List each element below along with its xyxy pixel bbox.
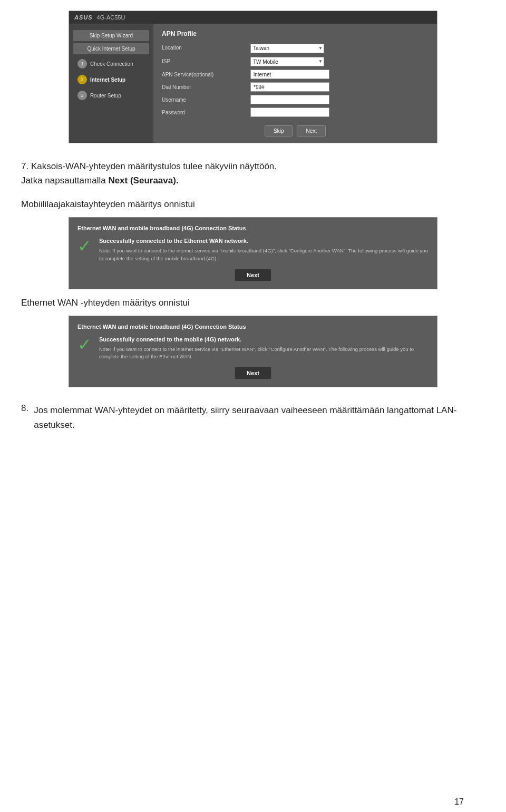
ethernet-conn-note: Note: If you want to connect to the inte… (99, 346, 429, 361)
apn-form: Location Taiwan ▼ ISP (162, 43, 429, 117)
isp-label: ISP (162, 58, 246, 64)
mobile-next-btn[interactable]: Next (235, 269, 271, 281)
location-select[interactable]: Taiwan (250, 44, 324, 53)
mobile-conn-status-box: Ethernet WAN and mobile broadband (4G) C… (69, 217, 437, 289)
step7-text2-bold: Next (Seuraava). (108, 175, 178, 185)
ethernet-conn-status-text: Successfully connected to the mobile (4G… (99, 336, 429, 361)
mobile-conn-status-title: Ethernet WAN and mobile broadband (4G) C… (77, 225, 429, 231)
mobile-conn-note: Note: If you want to connect to the inte… (99, 247, 429, 262)
ethernet-success-msg: Successfully connected to the mobile (4G… (99, 336, 429, 343)
username-input[interactable] (250, 95, 329, 104)
ethernet-conn-status-title: Ethernet WAN and mobile broadband (4G) C… (77, 324, 429, 330)
router-header: ASUS 4G-AC55U (69, 11, 437, 24)
apn-service-input[interactable] (250, 70, 329, 79)
sidebar-label-router-setup: Router Setup (90, 93, 121, 99)
sidebar-label-check-connection: Check Connection (90, 61, 133, 67)
ethernet-check-icon: ✓ (77, 336, 92, 353)
step8-num: 8. (21, 403, 28, 414)
skip-btn[interactable]: Skip (265, 125, 293, 136)
location-control: Taiwan ▼ (250, 43, 429, 53)
router-model: 4G-AC55U (97, 14, 125, 21)
mobile-conn-next-wrap: Next (77, 269, 429, 281)
apn-form-actions: Skip Next (162, 125, 429, 136)
dial-number-input[interactable] (250, 82, 329, 92)
mobile-conn-status-text: Successfully connected to the Ethernet W… (99, 238, 429, 262)
ethernet-next-btn[interactable]: Next (235, 367, 271, 379)
apn-service-label: APN Service(optional) (162, 72, 246, 77)
dial-number-label: Dial Number (162, 84, 246, 90)
sidebar-item-router-setup[interactable]: 3 Router Setup (73, 88, 149, 103)
password-input[interactable] (250, 107, 329, 117)
skip-setup-wizard-btn[interactable]: Skip Setup Wizard (73, 30, 149, 41)
ethernet-conn-next-wrap: Next (77, 367, 429, 379)
sidebar-item-internet-setup[interactable]: 2 Internet Setup (73, 72, 149, 87)
mobile-conn-status-body: ✓ Successfully connected to the Ethernet… (77, 238, 429, 262)
step7-text2: Jatka napsauttamalla (21, 175, 108, 185)
sidebar-circle-1: 1 (77, 59, 87, 69)
next-btn-apn[interactable]: Next (297, 125, 326, 136)
step7-num: 7. (21, 161, 31, 171)
quick-internet-setup-btn[interactable]: Quick Internet Setup (73, 43, 149, 54)
router-main: APN Profile Location Taiwan ▼ ISP (153, 24, 437, 143)
step8-text: Jos molemmat WAN-yhteydet on määritetty,… (34, 403, 485, 432)
ethernet-conn-status-box: Ethernet WAN and mobile broadband (4G) C… (69, 316, 437, 388)
isp-control: TW Mobile ▼ (250, 56, 429, 67)
step8-section: 8. Jos molemmat WAN-yhteydet on määritet… (21, 403, 485, 432)
username-label: Username (162, 97, 246, 103)
sidebar-item-check-connection[interactable]: 1 Check Connection (73, 56, 149, 71)
ethernet-section-label: Ethernet WAN -yhteyden määritys onnistui (21, 298, 485, 308)
mobile-section-label: Mobiililaajakaistayhteyden määritys onni… (21, 199, 485, 210)
mobile-success-msg: Successfully connected to the Ethernet W… (99, 238, 429, 244)
sidebar-label-internet-setup: Internet Setup (90, 77, 125, 83)
router-sidebar: Skip Setup Wizard Quick Internet Setup 1… (69, 24, 153, 143)
apn-profile-title: APN Profile (162, 30, 429, 37)
sidebar-circle-2: 2 (77, 75, 87, 84)
sidebar-circle-3: 3 (77, 91, 87, 100)
location-label: Location (162, 45, 246, 51)
ethernet-conn-status-body: ✓ Successfully connected to the mobile (… (77, 336, 429, 361)
step7-text1: Kaksois-WAN-yhteyden määritystulos tulee… (31, 161, 277, 171)
isp-select[interactable]: TW Mobile (250, 57, 324, 66)
step7-text: 7. Kaksois-WAN-yhteyden määritystulos tu… (21, 159, 485, 188)
mobile-check-icon: ✓ (77, 238, 92, 255)
router-screenshot: ASUS 4G-AC55U Skip Setup Wizard Quick In… (69, 11, 437, 143)
password-label: Password (162, 110, 246, 115)
asus-logo: ASUS (74, 14, 93, 21)
page-number: 17 (454, 797, 464, 807)
